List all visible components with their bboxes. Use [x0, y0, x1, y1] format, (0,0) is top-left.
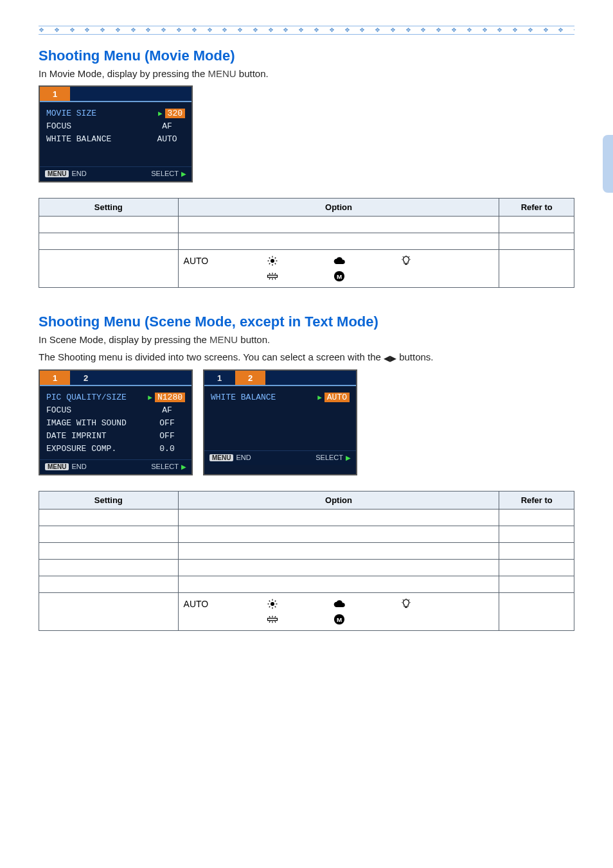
svg-line-38 [409, 599, 409, 600]
svg-line-29 [269, 601, 270, 602]
intro-movie: In Movie Mode, display by pressing the M… [39, 68, 574, 79]
svg-line-21 [274, 278, 275, 279]
svg-line-19 [269, 278, 270, 279]
options-table-movie: Setting Option Refer to AUTO [39, 198, 574, 288]
svg-line-40 [269, 616, 270, 617]
th-option: Option [178, 199, 499, 217]
cloud-icon [333, 598, 346, 610]
table-row [39, 526, 574, 543]
menu-row-date-imprint: DATE IMPRINT OFF [46, 430, 185, 443]
wb-auto-label: AUTO [184, 599, 212, 609]
menu-row-focus: FOCUS AF [46, 120, 185, 133]
table-row: AUTO [39, 593, 574, 631]
th-refer: Refer to [499, 199, 574, 217]
side-tab [603, 135, 613, 193]
svg-line-43 [269, 621, 270, 623]
menu-row-movie-size: MOVIE SIZE ▶320 [46, 107, 185, 120]
table-row [39, 217, 574, 233]
svg-text:M: M [336, 273, 341, 280]
manual-wb-icon: M [333, 614, 346, 625]
table-row [39, 543, 574, 560]
svg-rect-9 [405, 264, 407, 265]
fluorescent-icon [266, 614, 279, 625]
svg-line-18 [274, 273, 275, 274]
intro-scene-2: The Shooting menu is divided into two sc… [39, 351, 574, 363]
play-icon: ▶ [346, 454, 351, 461]
intro-scene: In Scene Mode, display by pressing the M… [39, 334, 574, 345]
svg-line-42 [274, 616, 275, 617]
svg-line-32 [274, 601, 276, 602]
svg-line-45 [274, 621, 275, 623]
screen-tab-1: 1 [40, 87, 71, 101]
svg-point-0 [271, 259, 274, 263]
svg-point-24 [271, 602, 274, 606]
svg-line-30 [274, 607, 276, 608]
bulb-icon [400, 255, 413, 267]
screen-tab-2: 2 [235, 371, 266, 385]
manual-wb-icon: M [333, 270, 346, 282]
left-right-arrows-icon: ◀▶ [384, 353, 396, 363]
decorative-border: ❖ ❖ ❖ ❖ ❖ ❖ ❖ ❖ ❖ ❖ ❖ ❖ ❖ ❖ ❖ ❖ ❖ ❖ ❖ ❖ … [39, 26, 574, 35]
svg-line-7 [269, 263, 270, 265]
play-icon: ▶ [181, 463, 186, 470]
svg-line-8 [274, 258, 276, 259]
svg-line-31 [269, 607, 270, 608]
table-row [39, 576, 574, 593]
svg-line-13 [402, 256, 403, 257]
play-icon: ▶ [317, 394, 322, 402]
table-row [39, 509, 574, 526]
svg-text:M: M [336, 616, 341, 623]
svg-line-6 [274, 263, 276, 265]
th-option: Option [178, 492, 499, 509]
camera-screen-movie: 1 MOVIE SIZE ▶320 FOCUS AF WHITE BALANCE… [39, 85, 193, 182]
menu-row-wb: WHITE BALANCE ▶AUTO [211, 391, 350, 404]
fluorescent-icon [266, 270, 279, 282]
menu-row-pic-quality: PIC QUALITY/SIZE ▶N1280 [46, 391, 185, 404]
table-row [39, 560, 574, 576]
options-table-scene: Setting Option Refer to AUTO [39, 491, 574, 631]
th-setting: Setting [39, 492, 179, 509]
cloud-icon [333, 255, 346, 267]
sun-icon [266, 598, 279, 610]
menu-row-focus: FOCUS AF [46, 404, 185, 417]
svg-line-5 [269, 258, 270, 259]
screen-tab-1: 1 [204, 371, 235, 385]
menu-row-wb: WHITE BALANCE AUTO [46, 133, 185, 146]
menu-row-exposure: EXPOSURE COMP. 0.0 [46, 443, 185, 456]
heading-movie: Shooting Menu (Movie Mode) [39, 48, 574, 64]
screen-tab-1: 1 [40, 371, 71, 385]
th-setting: Setting [39, 199, 179, 217]
play-icon: ▶ [148, 394, 152, 402]
svg-line-37 [402, 599, 403, 600]
menu-row-image-sound: IMAGE WITH SOUND OFF [46, 417, 185, 430]
bulb-icon [400, 598, 413, 610]
camera-screen-scene-2: 1 2 WHITE BALANCE ▶AUTO MENUEND SELECT▶ [203, 369, 357, 475]
svg-rect-39 [267, 618, 277, 620]
svg-line-14 [409, 256, 409, 257]
screen-tab-2: 2 [71, 371, 102, 385]
th-refer: Refer to [499, 492, 574, 509]
sun-icon [266, 255, 279, 267]
wb-auto-label: AUTO [184, 256, 212, 266]
svg-rect-15 [267, 275, 277, 277]
svg-line-16 [269, 273, 270, 274]
play-icon: ▶ [158, 110, 163, 118]
camera-screen-scene-1: 1 2 PIC QUALITY/SIZE ▶N1280 FOCUS AF IMA… [39, 369, 193, 475]
play-icon: ▶ [181, 170, 186, 177]
svg-rect-33 [405, 607, 407, 608]
table-row: AUTO [39, 250, 574, 288]
table-row [39, 233, 574, 250]
heading-scene: Shooting Menu (Scene Mode, except in Tex… [39, 314, 574, 330]
